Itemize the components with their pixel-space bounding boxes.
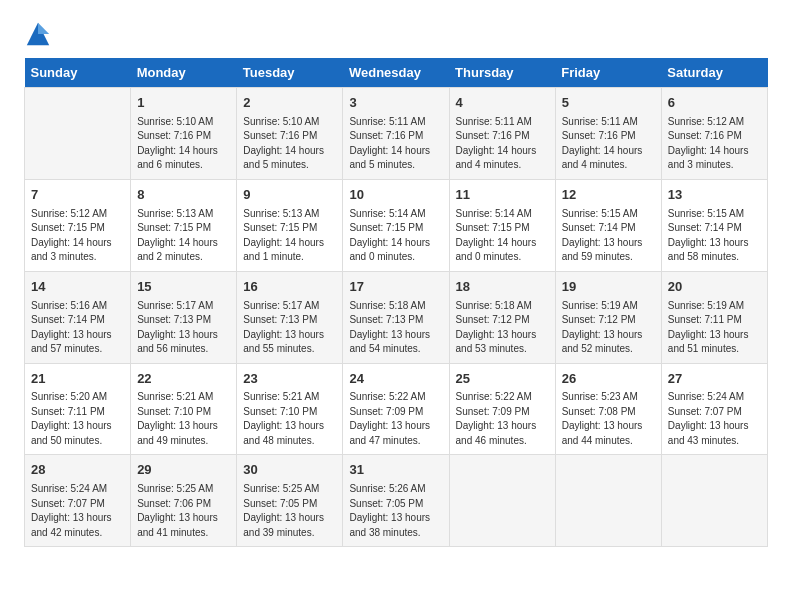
header-day-saturday: Saturday: [661, 58, 767, 88]
cell-info: Sunrise: 5:17 AM Sunset: 7:13 PM Dayligh…: [243, 299, 336, 357]
calendar-cell: 8Sunrise: 5:13 AM Sunset: 7:15 PM Daylig…: [131, 179, 237, 271]
day-number: 6: [668, 94, 761, 113]
cell-info: Sunrise: 5:14 AM Sunset: 7:15 PM Dayligh…: [349, 207, 442, 265]
day-number: 20: [668, 278, 761, 297]
day-number: 31: [349, 461, 442, 480]
header-day-sunday: Sunday: [25, 58, 131, 88]
calendar-cell: 25Sunrise: 5:22 AM Sunset: 7:09 PM Dayli…: [449, 363, 555, 455]
cell-info: Sunrise: 5:20 AM Sunset: 7:11 PM Dayligh…: [31, 390, 124, 448]
day-number: 17: [349, 278, 442, 297]
calendar-cell: 29Sunrise: 5:25 AM Sunset: 7:06 PM Dayli…: [131, 455, 237, 547]
header-day-monday: Monday: [131, 58, 237, 88]
cell-info: Sunrise: 5:11 AM Sunset: 7:16 PM Dayligh…: [456, 115, 549, 173]
day-number: 10: [349, 186, 442, 205]
calendar-cell: 13Sunrise: 5:15 AM Sunset: 7:14 PM Dayli…: [661, 179, 767, 271]
header-day-tuesday: Tuesday: [237, 58, 343, 88]
day-number: 1: [137, 94, 230, 113]
day-number: 16: [243, 278, 336, 297]
cell-info: Sunrise: 5:15 AM Sunset: 7:14 PM Dayligh…: [562, 207, 655, 265]
day-number: 5: [562, 94, 655, 113]
logo-icon: [24, 20, 52, 48]
cell-info: Sunrise: 5:25 AM Sunset: 7:05 PM Dayligh…: [243, 482, 336, 540]
cell-info: Sunrise: 5:19 AM Sunset: 7:12 PM Dayligh…: [562, 299, 655, 357]
calendar-cell: [449, 455, 555, 547]
calendar-cell: 26Sunrise: 5:23 AM Sunset: 7:08 PM Dayli…: [555, 363, 661, 455]
cell-info: Sunrise: 5:13 AM Sunset: 7:15 PM Dayligh…: [137, 207, 230, 265]
calendar-cell: [661, 455, 767, 547]
cell-info: Sunrise: 5:24 AM Sunset: 7:07 PM Dayligh…: [668, 390, 761, 448]
calendar-cell: 24Sunrise: 5:22 AM Sunset: 7:09 PM Dayli…: [343, 363, 449, 455]
calendar-header-row: SundayMondayTuesdayWednesdayThursdayFrid…: [25, 58, 768, 88]
calendar-cell: 7Sunrise: 5:12 AM Sunset: 7:15 PM Daylig…: [25, 179, 131, 271]
day-number: 8: [137, 186, 230, 205]
calendar-cell: 5Sunrise: 5:11 AM Sunset: 7:16 PM Daylig…: [555, 88, 661, 180]
calendar-cell: 28Sunrise: 5:24 AM Sunset: 7:07 PM Dayli…: [25, 455, 131, 547]
calendar-cell: 22Sunrise: 5:21 AM Sunset: 7:10 PM Dayli…: [131, 363, 237, 455]
cell-info: Sunrise: 5:19 AM Sunset: 7:11 PM Dayligh…: [668, 299, 761, 357]
calendar-cell: 6Sunrise: 5:12 AM Sunset: 7:16 PM Daylig…: [661, 88, 767, 180]
day-number: 22: [137, 370, 230, 389]
calendar-cell: [555, 455, 661, 547]
calendar-cell: 1Sunrise: 5:10 AM Sunset: 7:16 PM Daylig…: [131, 88, 237, 180]
day-number: 23: [243, 370, 336, 389]
calendar-cell: 20Sunrise: 5:19 AM Sunset: 7:11 PM Dayli…: [661, 271, 767, 363]
cell-info: Sunrise: 5:21 AM Sunset: 7:10 PM Dayligh…: [137, 390, 230, 448]
calendar-cell: 11Sunrise: 5:14 AM Sunset: 7:15 PM Dayli…: [449, 179, 555, 271]
cell-info: Sunrise: 5:12 AM Sunset: 7:15 PM Dayligh…: [31, 207, 124, 265]
cell-info: Sunrise: 5:15 AM Sunset: 7:14 PM Dayligh…: [668, 207, 761, 265]
day-number: 19: [562, 278, 655, 297]
day-number: 7: [31, 186, 124, 205]
calendar-cell: 23Sunrise: 5:21 AM Sunset: 7:10 PM Dayli…: [237, 363, 343, 455]
day-number: 21: [31, 370, 124, 389]
calendar-cell: 16Sunrise: 5:17 AM Sunset: 7:13 PM Dayli…: [237, 271, 343, 363]
calendar-cell: 2Sunrise: 5:10 AM Sunset: 7:16 PM Daylig…: [237, 88, 343, 180]
day-number: 24: [349, 370, 442, 389]
calendar-cell: 30Sunrise: 5:25 AM Sunset: 7:05 PM Dayli…: [237, 455, 343, 547]
header: [24, 20, 768, 48]
calendar-cell: 4Sunrise: 5:11 AM Sunset: 7:16 PM Daylig…: [449, 88, 555, 180]
calendar-week-4: 28Sunrise: 5:24 AM Sunset: 7:07 PM Dayli…: [25, 455, 768, 547]
calendar-cell: 12Sunrise: 5:15 AM Sunset: 7:14 PM Dayli…: [555, 179, 661, 271]
cell-info: Sunrise: 5:10 AM Sunset: 7:16 PM Dayligh…: [137, 115, 230, 173]
day-number: 3: [349, 94, 442, 113]
cell-info: Sunrise: 5:16 AM Sunset: 7:14 PM Dayligh…: [31, 299, 124, 357]
day-number: 27: [668, 370, 761, 389]
cell-info: Sunrise: 5:10 AM Sunset: 7:16 PM Dayligh…: [243, 115, 336, 173]
day-number: 30: [243, 461, 336, 480]
calendar-cell: 14Sunrise: 5:16 AM Sunset: 7:14 PM Dayli…: [25, 271, 131, 363]
cell-info: Sunrise: 5:23 AM Sunset: 7:08 PM Dayligh…: [562, 390, 655, 448]
calendar-cell: [25, 88, 131, 180]
logo: [24, 20, 56, 48]
cell-info: Sunrise: 5:22 AM Sunset: 7:09 PM Dayligh…: [456, 390, 549, 448]
day-number: 4: [456, 94, 549, 113]
calendar-week-3: 21Sunrise: 5:20 AM Sunset: 7:11 PM Dayli…: [25, 363, 768, 455]
day-number: 25: [456, 370, 549, 389]
cell-info: Sunrise: 5:21 AM Sunset: 7:10 PM Dayligh…: [243, 390, 336, 448]
calendar-cell: 17Sunrise: 5:18 AM Sunset: 7:13 PM Dayli…: [343, 271, 449, 363]
calendar-cell: 10Sunrise: 5:14 AM Sunset: 7:15 PM Dayli…: [343, 179, 449, 271]
cell-info: Sunrise: 5:25 AM Sunset: 7:06 PM Dayligh…: [137, 482, 230, 540]
cell-info: Sunrise: 5:18 AM Sunset: 7:13 PM Dayligh…: [349, 299, 442, 357]
calendar-week-1: 7Sunrise: 5:12 AM Sunset: 7:15 PM Daylig…: [25, 179, 768, 271]
day-number: 12: [562, 186, 655, 205]
day-number: 14: [31, 278, 124, 297]
cell-info: Sunrise: 5:18 AM Sunset: 7:12 PM Dayligh…: [456, 299, 549, 357]
cell-info: Sunrise: 5:14 AM Sunset: 7:15 PM Dayligh…: [456, 207, 549, 265]
svg-marker-1: [38, 23, 49, 34]
day-number: 26: [562, 370, 655, 389]
calendar-cell: 31Sunrise: 5:26 AM Sunset: 7:05 PM Dayli…: [343, 455, 449, 547]
header-day-thursday: Thursday: [449, 58, 555, 88]
cell-info: Sunrise: 5:22 AM Sunset: 7:09 PM Dayligh…: [349, 390, 442, 448]
day-number: 13: [668, 186, 761, 205]
cell-info: Sunrise: 5:11 AM Sunset: 7:16 PM Dayligh…: [349, 115, 442, 173]
day-number: 29: [137, 461, 230, 480]
day-number: 9: [243, 186, 336, 205]
calendar-table: SundayMondayTuesdayWednesdayThursdayFrid…: [24, 58, 768, 547]
cell-info: Sunrise: 5:24 AM Sunset: 7:07 PM Dayligh…: [31, 482, 124, 540]
day-number: 11: [456, 186, 549, 205]
day-number: 2: [243, 94, 336, 113]
calendar-week-0: 1Sunrise: 5:10 AM Sunset: 7:16 PM Daylig…: [25, 88, 768, 180]
calendar-cell: 18Sunrise: 5:18 AM Sunset: 7:12 PM Dayli…: [449, 271, 555, 363]
day-number: 15: [137, 278, 230, 297]
header-day-wednesday: Wednesday: [343, 58, 449, 88]
